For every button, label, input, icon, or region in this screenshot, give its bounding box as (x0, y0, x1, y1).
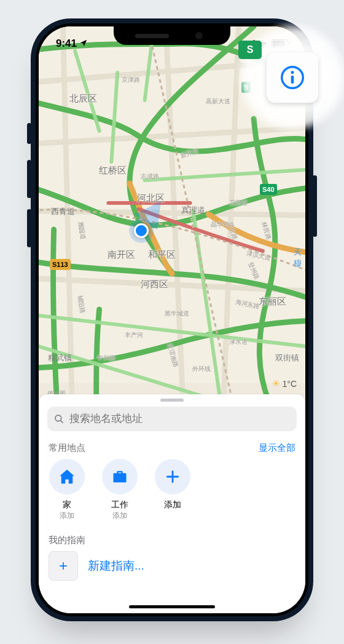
favorite-label: 工作 (111, 499, 128, 511)
new-guide-label: 新建指南... (88, 558, 144, 574)
notch (114, 26, 230, 45)
town-label: 精武镇 (48, 352, 72, 364)
road-label: 渌水道 (229, 338, 248, 346)
favorites-row: 家 添加 工作 添加 添加 (49, 459, 295, 521)
favorite-add[interactable]: 添加 (154, 459, 191, 521)
map-canvas[interactable]: 北辰区 红桥区 河北区 南开区 和平区 河西区 东丽区 西青道 真理道 精武镇 … (39, 26, 305, 402)
device-frame: 9:41 (31, 18, 313, 621)
district-label: 北辰区 (69, 93, 97, 105)
location-services-icon (79, 39, 88, 49)
favorite-sublabel: 添加 (60, 511, 74, 521)
briefcase-icon (102, 459, 138, 495)
favorite-label: 添加 (164, 499, 181, 511)
new-guide-row[interactable]: + 新建指南... (49, 551, 295, 581)
favorite-sublabel: 添加 (112, 511, 127, 521)
search-input[interactable] (68, 412, 291, 426)
route-shield: S40 (260, 184, 277, 195)
road-label: 西青道 (51, 206, 75, 217)
show-all-link[interactable]: 显示全部 (259, 442, 295, 454)
home-icon (49, 459, 85, 495)
screen: 9:41 (39, 26, 305, 613)
weather-temp: 1°C (283, 379, 297, 389)
road-label: 黑牛城道 (165, 309, 189, 318)
cellular-icon (243, 40, 255, 47)
town-label: 双街镇 (275, 352, 299, 364)
road-label: 志成路 (141, 172, 159, 181)
district-label: 红桥区 (99, 165, 127, 177)
favorite-label: 家 (63, 499, 71, 511)
battery-icon (272, 39, 288, 48)
guides-heading: 我的指南 (49, 535, 295, 546)
favorites-heading: 常用地点 (49, 442, 85, 454)
favorite-work[interactable]: 工作 添加 (101, 459, 138, 521)
sheet-grabber[interactable] (160, 399, 184, 402)
search-icon (53, 413, 64, 424)
road-label: 丰产河 (125, 331, 143, 340)
route-shield: S (241, 82, 251, 93)
bottom-sheet[interactable]: 常用地点 显示全部 家 添加 工作 (39, 394, 305, 613)
favorite-home[interactable]: 家 添加 (49, 459, 85, 521)
district-label: 南开区 (108, 249, 135, 261)
town-label: 天穆 (294, 247, 305, 269)
district-label: 东丽区 (259, 296, 286, 308)
home-indicator[interactable] (129, 605, 215, 608)
search-field[interactable] (47, 407, 297, 431)
route-shield: S113 (50, 259, 71, 270)
status-time: 9:41 (56, 38, 77, 50)
district-label: 和平区 (148, 249, 176, 261)
wifi-icon (258, 39, 268, 49)
road-label: 外环线 (192, 365, 211, 373)
district-label: 河西区 (141, 279, 168, 290)
weather-chip[interactable]: ☀︎ 1°C (272, 378, 297, 389)
new-guide-plus-icon: + (49, 551, 78, 581)
road-label: 真理道 (181, 205, 205, 216)
plus-icon (155, 459, 190, 495)
road-label: 高新大道 (206, 97, 230, 106)
road-label: 京津路 (122, 76, 140, 84)
sun-icon: ☀︎ (272, 378, 280, 389)
road-label: 卫国道 (229, 199, 248, 207)
road-label: 中兴路 (97, 354, 115, 362)
user-location-dot (134, 223, 149, 238)
